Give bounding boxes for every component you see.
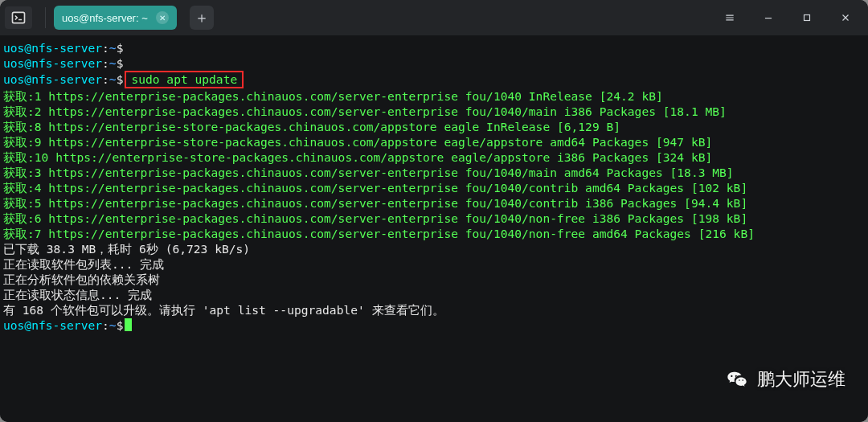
prompt-user: uos — [3, 56, 24, 70]
terminal-window: uos@nfs-server: ~ ✕ ＋ uos@nfs-server:~$ … — [0, 0, 868, 422]
prompt-dollar: $ — [117, 318, 124, 332]
output-line: 获取:8 https://enterprise-store-packages.c… — [3, 120, 620, 133]
prompt-dollar: $ — [117, 41, 124, 55]
titlebar-divider — [45, 7, 46, 28]
output-line: 获取:1 https://enterprise-packages.chinauo… — [3, 89, 663, 103]
prompt-colon: : — [102, 56, 109, 70]
app-terminal-icon[interactable] — [5, 6, 32, 29]
prompt-path: ~ — [109, 41, 117, 55]
output-line: 获取:2 https://enterprise-packages.chinauo… — [3, 104, 727, 118]
highlighted-command: sudo apt update — [125, 71, 244, 88]
tab-close-icon[interactable]: ✕ — [156, 11, 169, 24]
output-line: 已下载 38.3 MB，耗时 6秒 (6,723 kB/s) — [3, 242, 250, 256]
prompt-at: @ — [24, 318, 31, 332]
output-line: 获取:7 https://enterprise-packages.chinauo… — [3, 227, 755, 240]
maximize-button[interactable] — [789, 0, 825, 35]
prompt-at: @ — [24, 72, 31, 86]
command-text: sudo apt update — [131, 72, 237, 86]
output-line: 获取:6 https://enterprise-packages.chinauo… — [3, 211, 747, 225]
output-line: 获取:10 https://enterprise-store-packages.… — [3, 150, 712, 164]
svg-rect-1 — [805, 15, 810, 21]
output-line: 正在读取软件包列表... 完成 — [3, 257, 164, 271]
svg-rect-0 — [13, 12, 25, 23]
output-line: 获取:9 https://enterprise-store-packages.c… — [3, 135, 712, 149]
prompt-host: nfs-server — [31, 56, 102, 70]
prompt-user: uos — [3, 41, 24, 55]
prompt-at: @ — [24, 41, 31, 55]
prompt-user: uos — [3, 72, 24, 86]
titlebar: uos@nfs-server: ~ ✕ ＋ — [0, 0, 868, 35]
output-line: 有 168 个软件包可以升级。请执行 'apt list --upgradabl… — [3, 303, 444, 317]
prompt-host: nfs-server — [31, 72, 102, 86]
output-line: 获取:5 https://enterprise-packages.chinauo… — [3, 196, 747, 210]
output-line: 正在分析软件包的依赖关系树 — [3, 272, 160, 286]
tab-title: uos@nfs-server: ~ — [62, 12, 148, 24]
output-line: 获取:4 https://enterprise-packages.chinauo… — [3, 181, 747, 195]
terminal-body[interactable]: uos@nfs-server:~$ uos@nfs-server:~$ uos@… — [0, 35, 868, 422]
watermark: 鹏大师运维 — [725, 367, 845, 391]
prompt-colon: : — [102, 318, 109, 332]
prompt-colon: : — [102, 72, 109, 86]
prompt-dollar: $ — [117, 72, 124, 86]
prompt-path: ~ — [109, 56, 117, 70]
prompt-user: uos — [3, 318, 24, 332]
tab-active[interactable]: uos@nfs-server: ~ ✕ — [54, 6, 177, 30]
prompt-at: @ — [24, 56, 31, 70]
prompt-colon: : — [102, 41, 109, 55]
menu-button[interactable] — [712, 0, 747, 35]
cursor-block — [125, 318, 132, 331]
prompt-host: nfs-server — [31, 318, 102, 332]
prompt-path: ~ — [109, 72, 117, 86]
prompt-path: ~ — [109, 318, 117, 332]
watermark-text: 鹏大师运维 — [757, 367, 845, 391]
prompt-dollar: $ — [117, 56, 124, 70]
wechat-icon — [725, 367, 749, 391]
output-line: 正在读取状态信息... 完成 — [3, 288, 152, 301]
output-line: 获取:3 https://enterprise-packages.chinauo… — [3, 166, 734, 179]
minimize-button[interactable] — [751, 0, 786, 35]
close-button[interactable] — [828, 0, 863, 35]
prompt-host: nfs-server — [31, 41, 102, 55]
new-tab-button[interactable]: ＋ — [190, 6, 214, 30]
